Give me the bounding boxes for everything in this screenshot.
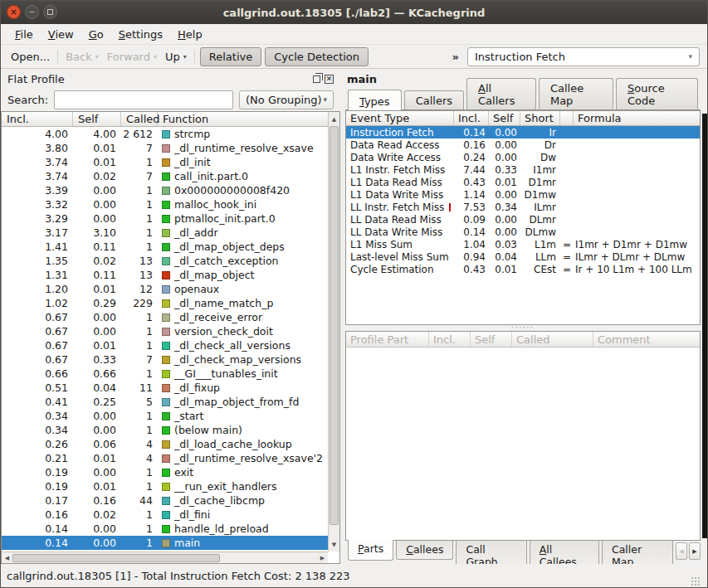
event-row[interactable]: L1 Data Read Miss 0.43 0.01 D1mr <box>346 176 700 188</box>
vertical-scrollbar[interactable]: ▲ ▼ <box>328 112 339 552</box>
tab[interactable]: Callee Map <box>539 78 613 109</box>
detail-splitter[interactable]: ······ <box>345 325 701 331</box>
event-type-combobox[interactable]: Instruction Fetch ▾ <box>467 47 700 66</box>
table-row[interactable]: 0.19 0.01 1 __run_exit_handlers <box>2 479 328 493</box>
tab[interactable]: Callers <box>404 90 464 109</box>
menu-item[interactable]: Settings <box>111 26 170 43</box>
column-header-formula[interactable]: Formula <box>574 111 700 125</box>
self-value: 0.00 <box>73 537 121 549</box>
scrollbar-thumb[interactable] <box>330 126 339 525</box>
tab[interactable]: Source Code <box>616 78 698 109</box>
table-row[interactable]: 0.14 0.00 1 handle_ld_preload <box>2 522 328 536</box>
table-row[interactable]: 1.31 0.11 13 _dl_map_object <box>2 268 328 282</box>
scroll-right-icon[interactable]: ▶ <box>317 552 328 563</box>
tab[interactable]: Parts <box>348 540 393 561</box>
close-panel-icon[interactable]: ✕ <box>325 75 334 84</box>
table-row[interactable]: 1.20 0.01 12 openaux <box>2 282 328 296</box>
event-row[interactable]: Data Write Access 0.24 0.00 Dw <box>346 151 700 163</box>
tab[interactable]: Types <box>348 90 402 110</box>
event-short: DLmw <box>520 226 560 238</box>
event-row[interactable]: L1 Data Write Miss 1.14 0.00 D1mw <box>346 188 700 201</box>
menu-item[interactable]: Go <box>81 26 111 43</box>
table-row[interactable]: 1.02 0.29 229 _dl_name_match_p <box>2 296 328 310</box>
function-color-icon <box>162 313 170 322</box>
table-row[interactable]: 0.67 0.01 1 _dl_check_all_versions <box>2 338 328 352</box>
self-value: 0.11 <box>73 269 121 281</box>
event-short: Ir <box>520 127 560 138</box>
open-button[interactable]: Open... <box>7 48 54 66</box>
search-input[interactable] <box>54 90 233 109</box>
table-row[interactable]: 4.00 4.00 2 612 strcmp <box>2 127 328 141</box>
back-button[interactable]: Back▾ <box>61 48 103 66</box>
column-header-incl[interactable]: Incl. <box>2 112 73 126</box>
cycle-detection-toggle-button[interactable]: Cycle Detection <box>265 47 369 66</box>
event-row[interactable]: Cycle Estimation 0.43 0.01 CEst = Ir + 1… <box>346 263 700 275</box>
table-row[interactable]: 0.19 0.00 1 exit <box>2 465 328 479</box>
scroll-up-icon[interactable]: ▲ <box>329 113 339 125</box>
forward-button[interactable]: Forward▾ <box>103 48 161 66</box>
resize-grip[interactable] <box>691 576 701 587</box>
column-header-called[interactable]: Called <box>121 112 158 126</box>
event-row[interactable]: LL Instr. Fetch Miss 7.53 0.34 ILmr <box>346 201 700 213</box>
column-header-event-type[interactable]: Event Type <box>346 111 454 125</box>
column-header-function[interactable]: Function <box>158 112 328 126</box>
tab[interactable]: All Callers <box>466 78 536 109</box>
event-row[interactable]: Data Read Access 0.16 0.00 Dr <box>346 138 700 151</box>
self-value: 4.00 <box>73 128 121 140</box>
table-row[interactable]: 3.80 0.01 7 _dl_runtime_resolve_xsave <box>2 141 328 155</box>
menu-item[interactable]: File <box>7 26 41 43</box>
tab[interactable]: Callees <box>396 541 453 560</box>
column-header-incl[interactable]: Incl. <box>454 111 489 125</box>
table-row[interactable]: 3.32 0.00 1 malloc_hook_ini <box>2 197 328 211</box>
event-row[interactable]: L1 Miss Sum 1.04 0.03 L1m = I1mr + D1mr … <box>346 238 700 250</box>
incl-value: 1.35 <box>2 255 73 267</box>
table-row[interactable]: 1.41 0.11 1 _dl_map_object_deps <box>2 240 328 254</box>
called-value: 1 <box>121 241 158 253</box>
toolbar-overflow-icon[interactable]: » <box>452 51 459 63</box>
table-row[interactable]: 0.67 0.00 1 version_check_doit <box>2 324 328 338</box>
table-row[interactable]: 0.26 0.06 4 _dl_load_cache_lookup <box>2 437 328 451</box>
table-row[interactable]: 0.66 0.66 1 __GI___tunables_init <box>2 367 328 381</box>
table-row[interactable]: 3.17 3.10 1 _dl_addr <box>2 226 328 240</box>
column-header-self[interactable]: Self <box>489 111 520 125</box>
up-button[interactable]: Up▾ <box>161 48 191 66</box>
relative-toggle-button[interactable]: Relative <box>200 47 261 66</box>
maximize-window-icon[interactable] <box>43 5 57 19</box>
table-row[interactable]: 1.35 0.02 13 _dl_catch_exception <box>2 254 328 268</box>
table-row[interactable]: 0.14 0.00 1 main <box>2 536 328 550</box>
table-row[interactable]: 0.34 0.00 1 (below main) <box>2 423 328 437</box>
tab-scroll-left-button[interactable]: ◀ <box>676 542 687 560</box>
table-row[interactable]: 0.67 0.33 7 _dl_check_map_versions <box>2 352 328 367</box>
table-row[interactable]: 0.51 0.04 11 _dl_fixup <box>2 381 328 395</box>
horizontal-scrollbar[interactable]: ◀ ▶ <box>2 552 328 563</box>
column-header-self[interactable]: Self <box>73 112 121 126</box>
table-row[interactable]: 0.21 0.01 4 _dl_runtime_resolve_xsave'2 <box>2 451 328 465</box>
event-row[interactable]: LL Data Write Miss 0.14 0.00 DLmw <box>346 226 700 238</box>
table-row[interactable]: 0.17 0.16 44 _dl_cache_libcmp <box>2 493 328 508</box>
menu-item[interactable]: View <box>41 26 81 43</box>
column-header-short[interactable]: Short <box>520 111 560 125</box>
table-row[interactable]: 3.39 0.00 1 0x000000000008f420 <box>2 183 328 197</box>
table-row[interactable]: 0.41 0.25 5 _dl_map_object_from_fd <box>2 395 328 409</box>
event-row[interactable]: Instruction Fetch 0.14 0.00 Ir <box>346 126 700 138</box>
event-row[interactable]: Last-level Miss Sum 0.94 0.04 LLm = ILmr… <box>346 250 700 263</box>
scrollbar-thumb[interactable] <box>12 554 220 562</box>
event-row[interactable]: LL Data Read Miss 0.09 0.00 DLmr <box>346 213 700 226</box>
table-row[interactable]: 0.16 0.02 1 _dl_fini <box>2 508 328 522</box>
close-window-icon[interactable]: × <box>7 5 21 19</box>
grouping-combobox[interactable]: (No Grouping) ▾ <box>239 90 334 109</box>
minimize-window-icon[interactable]: − <box>25 5 39 19</box>
flat-profile-title: Flat Profile <box>7 73 65 85</box>
table-row[interactable]: 3.74 0.01 1 _dl_init <box>2 155 328 169</box>
menu-item[interactable]: Help <box>170 26 210 43</box>
event-row[interactable]: L1 Instr. Fetch Miss 7.44 0.33 I1mr <box>346 163 700 176</box>
table-row[interactable]: 3.74 0.02 7 call_init.part.0 <box>2 169 328 183</box>
table-row[interactable]: 0.34 0.00 1 _start <box>2 409 328 423</box>
tab-scroll-right-button[interactable]: ▶ <box>689 542 701 560</box>
scroll-left-icon[interactable]: ◀ <box>2 552 12 563</box>
table-row[interactable]: 0.67 0.00 1 _dl_receive_error <box>2 310 328 324</box>
event-name: L1 Instr. Fetch Miss <box>346 164 454 176</box>
scroll-down-icon[interactable]: ▼ <box>329 538 339 551</box>
table-row[interactable]: 3.29 0.00 1 ptmalloc_init.part.0 <box>2 211 328 226</box>
float-panel-icon[interactable] <box>313 75 320 83</box>
